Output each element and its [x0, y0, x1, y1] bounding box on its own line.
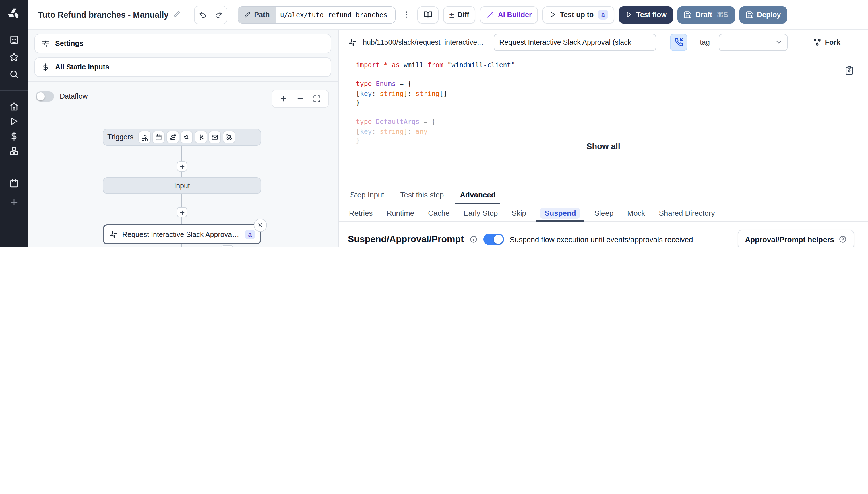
- test-up-to-button[interactable]: Test up to a: [543, 6, 614, 23]
- trigger-schedule-button[interactable]: [153, 131, 165, 143]
- flow-settings-button[interactable]: Settings: [34, 34, 331, 53]
- trigger-route-button[interactable]: [167, 131, 179, 143]
- clipboard-icon: [845, 65, 854, 75]
- tab-shared-directory[interactable]: Shared Directory: [652, 204, 722, 222]
- code-line: [key: string]: string[]: [356, 89, 868, 98]
- app-sidebar: [0, 0, 27, 247]
- tab-cache[interactable]: Cache: [421, 204, 456, 222]
- schedule-icon: [155, 134, 162, 141]
- canvas-zoom-controls: [272, 90, 329, 108]
- tab-suspend[interactable]: Suspend: [533, 204, 588, 222]
- sidebar-star-icon[interactable]: [9, 52, 19, 62]
- delete-step-button[interactable]: [254, 218, 267, 232]
- draft-button[interactable]: Draft⌘S: [678, 6, 735, 23]
- topbar: Tuto Refund branches - Manually Path ±Di…: [27, 0, 868, 30]
- deploy-button[interactable]: Deploy: [739, 6, 787, 23]
- undo-button[interactable]: [194, 6, 210, 23]
- tag-label: tag: [700, 38, 710, 46]
- dollar-icon: [41, 63, 50, 72]
- sidebar-divider: [0, 90, 27, 91]
- ai-builder-button[interactable]: AI Builder: [480, 6, 538, 23]
- tab-runtime[interactable]: Runtime: [380, 204, 421, 222]
- code-editor[interactable]: import * as wmill from "windmill-client"…: [339, 55, 868, 185]
- code-line: [key: string]: any: [356, 127, 868, 136]
- suspend-settings-button[interactable]: [670, 34, 687, 51]
- all-static-inputs-button[interactable]: All Static Inputs: [34, 57, 331, 77]
- kebab-icon: [403, 10, 411, 19]
- sidebar-boxes-icon[interactable]: [9, 146, 19, 156]
- script-header: hub/11500/slack/request_interactive... t…: [339, 30, 868, 55]
- path-input[interactable]: [276, 6, 395, 23]
- docs-button[interactable]: [417, 6, 439, 23]
- step-id-badge: a: [598, 10, 608, 19]
- more-options-button[interactable]: [401, 6, 413, 23]
- book-icon: [424, 10, 432, 19]
- zoom-in-icon[interactable]: [280, 95, 288, 103]
- input-node[interactable]: Input: [103, 177, 261, 194]
- step-tabs: Step InputTest this stepAdvanced: [339, 185, 868, 204]
- tab-mock[interactable]: Mock: [620, 204, 652, 222]
- tab-retries[interactable]: Retries: [342, 204, 380, 222]
- suspend-indicator-badge[interactable]: [221, 245, 234, 247]
- code-line: [356, 70, 868, 79]
- hub-script-path[interactable]: hub/11500/slack/request_interactive...: [363, 38, 483, 46]
- sliders-icon: [41, 39, 50, 48]
- play-icon: [625, 11, 633, 18]
- trigger-mail-button[interactable]: [209, 131, 221, 143]
- undo-redo-group: [194, 5, 227, 24]
- sidebar-search-icon[interactable]: [9, 70, 19, 79]
- info-icon[interactable]: [469, 235, 478, 243]
- trigger-kafka-button[interactable]: [195, 131, 207, 143]
- tab-step-input[interactable]: Step Input: [342, 185, 392, 204]
- fit-view-icon[interactable]: [313, 95, 321, 103]
- sidebar-building-icon[interactable]: [9, 35, 19, 45]
- tab-early-stop[interactable]: Early Stop: [456, 204, 505, 222]
- show-all-button[interactable]: Show all: [339, 141, 868, 151]
- dataflow-toggle[interactable]: [36, 91, 54, 101]
- phone-incoming-icon: [674, 38, 683, 46]
- tab-test-this-step[interactable]: Test this step: [392, 185, 452, 204]
- flow-title: Tuto Refund branches - Manually: [38, 10, 180, 19]
- zoom-out-icon[interactable]: [296, 95, 304, 103]
- kafka-icon: [197, 134, 204, 141]
- path-chip[interactable]: Path: [238, 6, 275, 23]
- tab-advanced[interactable]: Advanced: [452, 185, 503, 204]
- plus-minus-icon: ±: [449, 11, 454, 19]
- tab-sleep[interactable]: Sleep: [588, 204, 621, 222]
- suspend-section-header: Suspend/Approval/Prompt Suspend flow exe…: [348, 229, 859, 247]
- trigger-webhook-button[interactable]: [139, 131, 150, 143]
- sidebar-dollar-icon[interactable]: [9, 131, 19, 141]
- suspend-title: Suspend/Approval/Prompt: [348, 234, 464, 244]
- save-icon: [684, 11, 692, 19]
- plug-icon: [183, 134, 190, 141]
- shortcut-hint: ⌘S: [717, 10, 728, 19]
- copy-code-button[interactable]: [845, 65, 854, 75]
- trigger-plug-button[interactable]: [181, 131, 192, 143]
- sidebar-home-icon[interactable]: [9, 101, 19, 111]
- tab-skip[interactable]: Skip: [505, 204, 533, 222]
- tag-select[interactable]: [719, 34, 788, 51]
- step-name-input[interactable]: [494, 34, 656, 51]
- suspend-toggle[interactable]: [483, 233, 504, 245]
- fork-button[interactable]: Fork: [810, 37, 844, 47]
- diff-button[interactable]: ±Diff: [443, 6, 476, 23]
- sidebar-plus-icon[interactable]: [9, 197, 19, 207]
- triggers-label: Triggers: [107, 133, 133, 141]
- wand-icon: [486, 11, 495, 19]
- redo-button[interactable]: [210, 6, 226, 23]
- sidebar-play-icon[interactable]: [9, 116, 19, 126]
- windmill-logo-icon[interactable]: [0, 0, 27, 27]
- insert-step-button[interactable]: [177, 207, 187, 217]
- slack-approval-step-node[interactable]: Request Interactive Slack Approval (... …: [103, 224, 261, 244]
- sidebar-calendar-icon[interactable]: [9, 178, 19, 188]
- approval-prompt-helpers-button[interactable]: Approval/Prompt helpers: [737, 229, 854, 247]
- route-icon: [169, 134, 176, 141]
- trigger-poll-button[interactable]: [223, 131, 235, 143]
- dataflow-label: Dataflow: [60, 92, 88, 100]
- edit-title-icon[interactable]: [172, 11, 180, 18]
- dataflow-row: Dataflow: [36, 91, 88, 101]
- triggers-node[interactable]: Triggers: [103, 129, 261, 146]
- insert-step-button[interactable]: [177, 161, 187, 172]
- test-flow-button[interactable]: Test flow: [619, 6, 673, 23]
- code-line: type DefaultArgs = {: [356, 117, 868, 127]
